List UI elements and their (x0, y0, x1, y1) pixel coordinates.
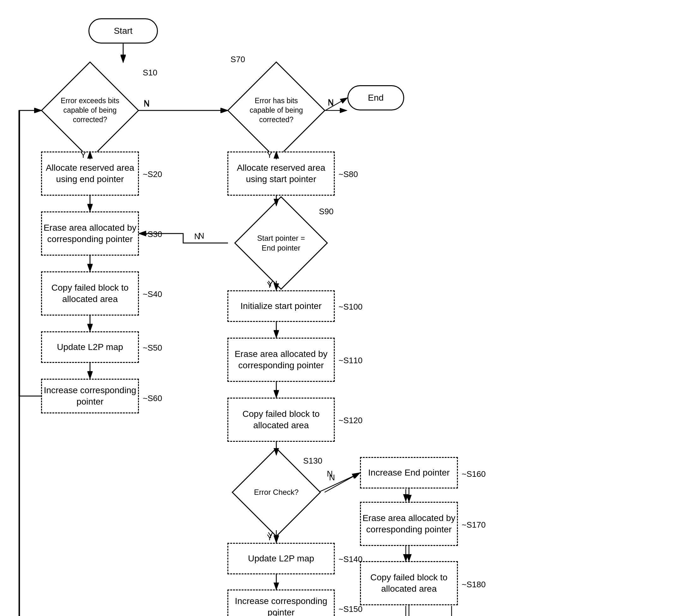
s40-label: ~S40 (143, 289, 162, 299)
s140-label: ~S140 (338, 554, 363, 564)
s70-label: S70 (231, 54, 245, 64)
s170-text: Erase area allocated by corresponding po… (361, 513, 457, 536)
s100-node: Initialize start pointer (227, 290, 335, 322)
s180-text: Copy failed block to allocated area (361, 572, 457, 595)
s160-label: ~S160 (462, 469, 486, 479)
s20-node: Allocate reserved area using end pointer (41, 151, 139, 196)
s20-label: ~S20 (143, 169, 162, 179)
svg-text:N: N (194, 232, 200, 241)
svg-text:N: N (328, 97, 334, 107)
s120-node: Copy failed block to allocated area (227, 398, 335, 442)
s130-text: Error Check? (254, 487, 298, 497)
s130-diamond: Error Check? (227, 454, 325, 530)
s110-label: ~S110 (338, 356, 363, 366)
svg-text:N: N (198, 231, 204, 241)
s160-node: Increase End pointer (360, 457, 458, 488)
s150-node: Increase corresponding pointer (227, 589, 335, 616)
start-node: Start (89, 18, 158, 44)
s10-label: S10 (143, 68, 157, 78)
s90-label: S90 (319, 207, 333, 216)
s170-label: ~S170 (462, 520, 486, 530)
svg-line-52 (325, 473, 360, 492)
s100-label: ~S100 (338, 302, 363, 312)
s50-label: ~S50 (143, 343, 162, 353)
s60-label: ~S60 (143, 393, 162, 403)
s10-diamond: Error exceeds bits capable of being corr… (41, 62, 139, 159)
svg-line-41 (325, 98, 347, 111)
s40-text: Copy failed block to allocated area (42, 282, 138, 305)
s80-label: ~S80 (338, 169, 358, 179)
s150-text: Increase corresponding pointer (228, 596, 334, 616)
s150-label: ~S150 (338, 604, 363, 614)
svg-text:Y: Y (267, 280, 272, 290)
end-label: End (368, 92, 384, 103)
s160-text: Increase End pointer (368, 467, 450, 479)
start-label: Start (114, 25, 132, 37)
s120-text: Copy failed block to allocated area (228, 408, 334, 432)
s60-node: Increase corresponding pointer (41, 379, 139, 414)
s90-diamond: Start pointer = End pointer (227, 205, 335, 281)
s60-text: Increase corresponding pointer (42, 385, 138, 408)
svg-text:N: N (144, 98, 150, 108)
s70-text: Error has bits capable of being correcte… (246, 96, 307, 125)
s170-node: Erase area allocated by corresponding po… (360, 502, 458, 546)
svg-text:N: N (328, 98, 334, 108)
svg-text:Y: Y (267, 533, 272, 542)
s40-node: Copy failed block to allocated area (41, 271, 139, 315)
s30-label: ~S30 (143, 229, 162, 239)
s10-text: Error exceeds bits capable of being corr… (59, 96, 121, 125)
s110-text: Erase area allocated by corresponding po… (228, 348, 334, 371)
svg-text:N: N (329, 473, 335, 482)
s80-node: Allocate reserved area using start point… (227, 151, 335, 196)
s180-node: Copy failed block to allocated area (360, 561, 458, 605)
s30-text: Erase area allocated by corresponding po… (42, 222, 138, 245)
s130-label: S130 (303, 456, 322, 466)
s140-text: Update L2P map (248, 553, 314, 564)
svg-text:N: N (327, 469, 333, 479)
s50-text: Update L2P map (57, 341, 123, 353)
s50-node: Update L2P map (41, 331, 139, 363)
s100-text: Initialize start pointer (241, 301, 322, 312)
s90-text: Start pointer = End pointer (252, 233, 310, 253)
end-node: End (347, 85, 404, 111)
s110-node: Erase area allocated by corresponding po… (227, 338, 335, 382)
s120-label: ~S120 (338, 416, 363, 425)
s140-node: Update L2P map (227, 543, 335, 574)
s30-node: Erase area allocated by corresponding po… (41, 211, 139, 256)
s70-diamond: Error has bits capable of being correcte… (227, 62, 325, 159)
s80-text: Allocate reserved area using start point… (228, 162, 334, 185)
s180-label: ~S180 (462, 580, 486, 589)
svg-text:N: N (144, 99, 150, 109)
s20-text: Allocate reserved area using end pointer (42, 162, 138, 185)
